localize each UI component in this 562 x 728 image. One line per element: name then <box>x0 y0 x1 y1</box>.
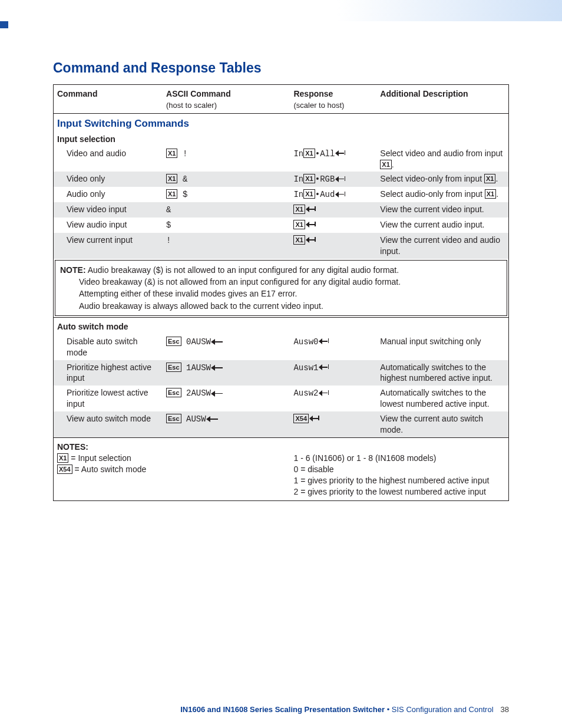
cell-desc: View the current audio input. <box>376 218 508 233</box>
cell-command: View current input <box>54 233 163 259</box>
cell-response: X54 <box>290 411 376 437</box>
table-row: Prioritize highest active inputEsc 1AUSW… <box>54 360 509 386</box>
notes-line: 1 - 6 (IN1606) or 1 - 8 (IN1608 models) <box>293 453 505 464</box>
cell-response: X1 <box>290 202 376 218</box>
th-desc: Additional Description <box>376 85 508 114</box>
notes-line: 2 = gives priority to the lowest numbere… <box>293 486 505 498</box>
note-line: Video breakaway (&) is not allowed from … <box>60 276 502 288</box>
page: Command and Response Tables Command ASCI… <box>0 0 562 728</box>
footer: IN1606 and IN1608 Series Scaling Present… <box>53 705 509 714</box>
arrow-left-icon <box>206 416 218 422</box>
cell-command: Prioritize lowest active input <box>54 386 163 411</box>
table-row: Prioritize lowest active inputEsc 2AUSWA… <box>54 386 509 411</box>
cell-command: Disable auto switch mode <box>54 334 163 360</box>
th-response: Response(scaler to host) <box>290 85 376 114</box>
note-box: NOTE: Audio breakaway ($) is not allowed… <box>55 260 507 316</box>
notes-label: NOTES: <box>57 442 286 453</box>
cell-ascii: Esc 0AUSW <box>163 334 290 360</box>
key-box: X1 <box>166 189 177 199</box>
table-row: View audio input$X1View the current audi… <box>54 218 509 233</box>
key-box: X1 <box>293 220 305 229</box>
note-line: Audio breakaway ($) is not allowed to an… <box>88 265 399 275</box>
cell-response: X1 <box>290 218 376 233</box>
cell-desc: View the current video input. <box>376 202 508 218</box>
cell-ascii: X1 $ <box>163 187 290 202</box>
th-command: Command <box>54 85 163 114</box>
arrow-left-icon <box>211 391 223 397</box>
top-gradient-bar <box>0 0 562 21</box>
cell-response: X1 <box>290 233 376 259</box>
table-row: Video onlyX1 &InX1•RGBSelect video-only … <box>54 172 509 187</box>
notes-line: X54 = Auto switch mode <box>57 464 286 475</box>
cell-ascii: & <box>163 202 290 218</box>
table-row: View auto switch modeEsc AUSWX54View the… <box>54 411 509 437</box>
key-box: X1 <box>166 149 177 158</box>
key-box: X1 <box>484 174 495 183</box>
notes-line: 0 = disable <box>293 464 505 475</box>
table-row: Disable auto switch modeEsc 0AUSWAusw0Ma… <box>54 334 509 360</box>
cell-desc: Select video-only from input X1. <box>376 172 508 187</box>
key-box: X1 <box>303 174 315 183</box>
cell-ascii: ! <box>163 233 290 259</box>
cell-command: View video input <box>54 202 163 218</box>
cell-desc: View the current auto switch mode. <box>376 411 508 437</box>
cell-command: View auto switch mode <box>54 411 163 437</box>
return-icon <box>336 192 346 199</box>
cell-ascii: X1 & <box>163 172 290 187</box>
return-icon <box>319 364 330 371</box>
cell-command: Video only <box>54 172 163 187</box>
note-line: Attempting either of these invalid modes… <box>60 288 502 299</box>
cell-command: Video and audio <box>54 146 163 172</box>
footer-page: 38 <box>494 705 509 714</box>
cell-desc: View the current video and audio input. <box>376 233 508 259</box>
cell-desc: Automatically switches to the lowest num… <box>376 386 508 411</box>
key-box: X1 <box>293 235 305 245</box>
cell-response: InX1•RGB <box>290 172 376 187</box>
note-row: NOTE: Audio breakaway ($) is not allowed… <box>54 259 509 318</box>
key-box: X54 <box>293 414 309 423</box>
return-icon <box>310 416 320 423</box>
cell-ascii: X1 ! <box>163 146 290 172</box>
return-icon <box>306 206 317 213</box>
command-table: Command ASCII Command(host to scaler) Re… <box>53 84 509 501</box>
key-box: X1 <box>303 189 315 199</box>
key-box: X1 <box>293 205 305 214</box>
arrow-left-icon <box>211 339 223 345</box>
page-title: Command and Response Tables <box>53 60 509 76</box>
footer-title: IN1606 and IN1608 Series Scaling Present… <box>180 705 385 714</box>
notes-line: 1 = gives priority to the highest number… <box>293 475 505 486</box>
cell-response: Ausw1 <box>290 360 376 386</box>
note-label: NOTE: <box>60 265 86 275</box>
section-input-switching: Input Switching Commands <box>54 113 509 132</box>
return-icon <box>319 390 330 397</box>
key-box: X1 <box>166 174 177 183</box>
return-icon <box>336 176 346 183</box>
key-box: Esc <box>166 337 181 346</box>
table-row: Video and audioX1 !InX1•AllSelect video … <box>54 146 509 172</box>
subsection-auto-switch: Auto switch mode <box>54 317 509 334</box>
cell-ascii: $ <box>163 218 290 233</box>
cell-command: View audio input <box>54 218 163 233</box>
cell-desc: Automatically switches to the highest nu… <box>376 360 508 386</box>
cell-desc: Select video and audio from input X1. <box>376 146 508 172</box>
key-box: Esc <box>166 388 181 397</box>
cell-response: InX1•All <box>290 146 376 172</box>
footer-section: SIS Configuration and Control <box>392 705 494 714</box>
table-row: View current input!X1View the current vi… <box>54 233 509 259</box>
table-row: View video input&X1View the current vide… <box>54 202 509 218</box>
cell-response: InX1•Aud <box>290 187 376 202</box>
return-icon <box>319 338 330 345</box>
notes-row: NOTES: X1 = Input selectionX54 = Auto sw… <box>54 437 509 500</box>
return-icon <box>306 237 317 244</box>
cell-command: Prioritize highest active input <box>54 360 163 386</box>
note-line: Audio breakaway is always allowed back t… <box>60 300 502 312</box>
cell-desc: Manual input switching only <box>376 334 508 360</box>
cell-desc: Select audio-only from input X1. <box>376 187 508 202</box>
cell-command: Audio only <box>54 187 163 202</box>
cell-ascii: Esc 2AUSW <box>163 386 290 411</box>
table-row: Audio onlyX1 $InX1•AudSelect audio-only … <box>54 187 509 202</box>
cell-ascii: Esc 1AUSW <box>163 360 290 386</box>
notes-line: X1 = Input selection <box>57 453 286 464</box>
content: Command and Response Tables Command ASCI… <box>0 21 562 501</box>
key-box: X1 <box>303 149 315 158</box>
